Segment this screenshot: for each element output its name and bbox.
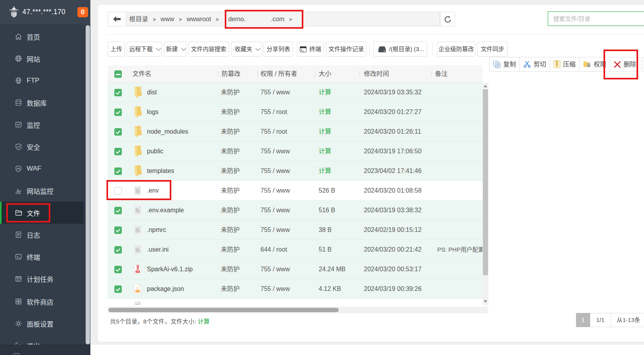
svg-text:JSON: JSON xyxy=(136,291,140,292)
svg-text:ZIP: ZIP xyxy=(136,271,139,273)
svg-text:{:}: {:} xyxy=(136,286,139,290)
